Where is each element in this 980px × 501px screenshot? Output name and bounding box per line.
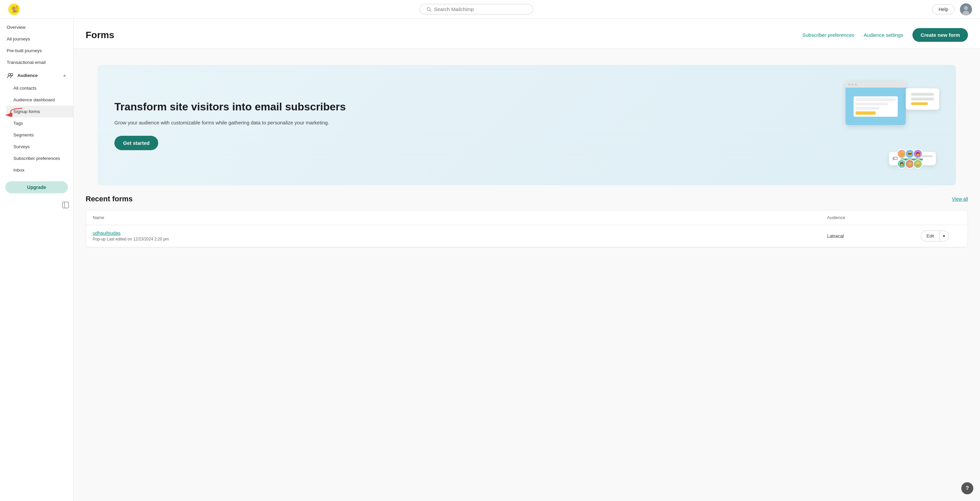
edit-button[interactable]: Edit bbox=[921, 231, 939, 242]
recent-forms-section: Recent forms View all Name Audience udha… bbox=[73, 185, 980, 257]
sidebar-child-audience: All contacts Audience dashboard Signup f… bbox=[0, 82, 73, 176]
sidebar-item-segments[interactable]: Segments bbox=[7, 129, 73, 141]
form-type: Pop-up bbox=[93, 237, 106, 242]
help-circle-button[interactable]: ? bbox=[961, 482, 973, 494]
sidebar: Overview All journeys Pre-built journeys… bbox=[0, 19, 73, 501]
topnav-right: Help bbox=[932, 3, 972, 15]
topnav-left: 🐒 bbox=[8, 3, 20, 15]
sidebar-item-label: Inbox bbox=[13, 167, 24, 173]
get-started-button[interactable]: Get started bbox=[115, 136, 158, 150]
help-button[interactable]: Help bbox=[932, 4, 955, 14]
sidebar-item-transactional[interactable]: Transactional email bbox=[0, 57, 73, 68]
hero-illustration: 🏷 😊 😎 🧑 👩 👴 👱 bbox=[839, 78, 939, 172]
sidebar-item-pre-built[interactable]: Pre-built journeys bbox=[0, 45, 73, 57]
tag-icon: 🏷 bbox=[892, 156, 898, 162]
sidebar-item-label: Segments bbox=[13, 132, 34, 137]
chevron-up-icon: ▲ bbox=[62, 73, 67, 78]
browser-illustration bbox=[846, 82, 906, 125]
col-audience-header: Audience bbox=[827, 215, 921, 220]
section-header: Recent forms View all bbox=[86, 195, 968, 204]
dropdown-button[interactable]: ▾ bbox=[939, 231, 949, 242]
hero-description: Grow your audience with customizable for… bbox=[115, 119, 346, 126]
sidebar-item-label: Pre-built journeys bbox=[7, 48, 42, 53]
mailchimp-logo-icon[interactable]: 🐒 bbox=[8, 3, 20, 15]
svg-point-8 bbox=[11, 73, 13, 76]
sidebar-item-surveys[interactable]: Surveys bbox=[7, 141, 73, 153]
svg-text:🐒: 🐒 bbox=[11, 6, 19, 13]
audience-icon bbox=[7, 72, 14, 79]
subscriber-preferences-link[interactable]: Subscriber preferences bbox=[802, 32, 854, 38]
sidebar-item-label: Tags bbox=[13, 121, 23, 126]
svg-point-7 bbox=[8, 73, 11, 76]
avatars-cluster: 😊 😎 🧑 👩 👴 👱 bbox=[899, 149, 929, 169]
sidebar-item-overview[interactable]: Overview bbox=[0, 21, 73, 33]
sidebar-item-signup-forms[interactable]: Signup forms bbox=[7, 106, 73, 118]
collapse-sidebar-icon[interactable] bbox=[62, 201, 69, 209]
topnav: 🐒 Help bbox=[0, 0, 980, 19]
sidebar-item-label: All contacts bbox=[13, 86, 37, 91]
search-bar[interactable] bbox=[419, 4, 533, 14]
sidebar-item-label: Subscriber preferences bbox=[13, 156, 60, 161]
row-actions: Edit ▾ bbox=[921, 231, 961, 242]
table-header: Name Audience bbox=[86, 210, 967, 225]
section-title: Recent forms bbox=[86, 195, 133, 204]
form-name-link[interactable]: udhauihiudas bbox=[93, 231, 827, 236]
sidebar-item-label: Surveys bbox=[13, 144, 30, 149]
hero-title: Transform site visitors into email subsc… bbox=[115, 100, 346, 113]
sidebar-item-label: All journeys bbox=[7, 37, 30, 41]
create-new-form-button[interactable]: Create new form bbox=[912, 28, 968, 42]
hero-section: Transform site visitors into email subsc… bbox=[73, 49, 980, 185]
avatar[interactable] bbox=[960, 3, 972, 15]
sidebar-item-all-journeys[interactable]: All journeys bbox=[0, 33, 73, 45]
hero-content: Transform site visitors into email subsc… bbox=[115, 100, 346, 150]
svg-line-3 bbox=[430, 10, 431, 11]
chevron-down-icon: ▾ bbox=[943, 234, 945, 239]
forms-table: Name Audience udhauihiudas Pop-up Last e… bbox=[86, 210, 968, 248]
card-illustration bbox=[906, 88, 939, 110]
sidebar-item-label: Transactional email bbox=[7, 60, 46, 65]
sidebar-item-all-contacts[interactable]: All contacts bbox=[7, 82, 73, 94]
layout: Overview All journeys Pre-built journeys… bbox=[0, 19, 980, 501]
table-row: udhauihiudas Pop-up Last edited on 12/23… bbox=[86, 225, 967, 247]
sidebar-section-audience[interactable]: Audience ▲ bbox=[0, 68, 73, 82]
svg-rect-10 bbox=[62, 202, 68, 208]
sidebar-item-tags[interactable]: Tags bbox=[7, 118, 73, 129]
search-icon bbox=[426, 7, 431, 12]
audience-section-label: Audience bbox=[18, 73, 38, 78]
audience-settings-link[interactable]: Audience settings bbox=[864, 32, 903, 38]
row-audience: Latracal bbox=[827, 234, 921, 239]
arrow-indicator-icon bbox=[4, 107, 24, 117]
sidebar-item-label: Audience dashboard bbox=[13, 97, 55, 102]
main-content: Forms Subscriber preferences Audience se… bbox=[73, 19, 980, 501]
page-title: Forms bbox=[86, 30, 115, 40]
row-name: udhauihiudas Pop-up Last edited on 12/23… bbox=[93, 231, 827, 242]
form-last-edited: Last edited on 12/23/2024 2:20 pm bbox=[107, 237, 169, 242]
page-header-actions: Subscriber preferences Audience settings… bbox=[802, 28, 968, 42]
search-input[interactable] bbox=[434, 6, 526, 12]
col-name-header: Name bbox=[93, 215, 827, 220]
sidebar-item-subscriber-prefs[interactable]: Subscriber preferences bbox=[7, 153, 73, 164]
page-header: Forms Subscriber preferences Audience se… bbox=[73, 19, 980, 49]
sidebar-item-audience-dashboard[interactable]: Audience dashboard bbox=[7, 94, 73, 106]
hero-banner: Transform site visitors into email subsc… bbox=[98, 65, 956, 185]
sidebar-item-label: Overview bbox=[7, 25, 25, 30]
upgrade-button[interactable]: Upgrade bbox=[5, 181, 68, 193]
view-all-link[interactable]: View all bbox=[952, 196, 968, 202]
svg-point-5 bbox=[964, 6, 968, 10]
sidebar-item-inbox[interactable]: Inbox bbox=[7, 164, 73, 176]
col-actions-header bbox=[921, 215, 961, 220]
